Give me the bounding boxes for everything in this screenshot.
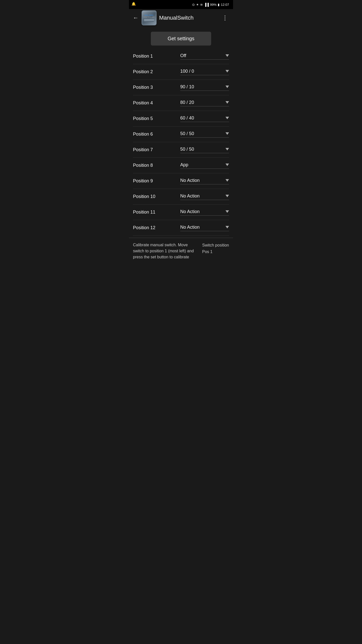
position-dropdown-1[interactable]: Off	[180, 53, 229, 60]
location-icon: ⊙	[192, 3, 195, 7]
main-content: Get settings Position 1 Off Position 2 1…	[129, 27, 233, 266]
notification-icon: 🔔	[131, 2, 136, 6]
overflow-menu-button[interactable]: ⋮	[221, 13, 229, 22]
table-row: Position 4 80 / 20	[133, 95, 229, 111]
position-dropdown-11[interactable]: No Action	[180, 209, 229, 216]
position-label-2: Position 2	[133, 69, 178, 74]
position-label-9: Position 9	[133, 178, 178, 184]
battery-icon: ▮	[218, 3, 219, 7]
table-row: Position 12 No Action	[133, 220, 229, 236]
table-row: Position 8 App	[133, 158, 229, 173]
position-dropdown-12[interactable]: No Action	[180, 225, 229, 231]
chevron-down-icon	[225, 54, 229, 57]
table-row: Position 10 No Action	[133, 189, 229, 205]
overflow-menu-icon: ⋮	[222, 14, 228, 21]
position-label-5: Position 5	[133, 116, 178, 121]
table-row: Position 5 60 / 40	[133, 111, 229, 127]
position-value-3: 90 / 10	[180, 84, 194, 90]
switch-position-display: Switch position Pos 1	[202, 242, 229, 260]
logo-cylinder	[144, 18, 154, 22]
position-value-2: 100 / 0	[180, 69, 194, 74]
position-dropdown-2[interactable]: 100 / 0	[180, 69, 229, 75]
table-row: Position 3 90 / 10	[133, 80, 229, 95]
position-dropdown-4[interactable]: 80 / 20	[180, 100, 229, 106]
position-dropdown-9[interactable]: No Action	[180, 178, 229, 184]
table-row: Position 2 100 / 0	[133, 64, 229, 80]
chevron-down-icon	[225, 164, 229, 166]
chevron-down-icon	[225, 86, 229, 88]
status-icons: ⊙ ✶ ≋ ▐▐ 99% ▮ 12:07	[192, 3, 229, 7]
switch-position-value: Pos 1	[202, 249, 212, 255]
position-label-8: Position 8	[133, 163, 178, 168]
chevron-down-icon	[225, 148, 229, 150]
chevron-down-icon	[225, 101, 229, 104]
position-value-9: No Action	[180, 178, 200, 183]
position-label-11: Position 11	[133, 210, 178, 215]
chevron-down-icon	[225, 226, 229, 228]
switch-position-label: Switch position	[202, 242, 229, 249]
position-value-8: App	[180, 162, 188, 168]
page-title: ManualSwitch	[159, 15, 221, 21]
table-row: Position 6 50 / 50	[133, 127, 229, 142]
battery-percent: 99%	[210, 3, 216, 7]
table-row: Position 1 Off	[133, 49, 229, 64]
time-display: 12:07	[221, 3, 229, 7]
signal-icon: ▐▐	[204, 3, 209, 7]
chevron-down-icon	[225, 210, 229, 213]
position-label-3: Position 3	[133, 85, 178, 90]
position-value-11: No Action	[180, 209, 200, 214]
position-value-4: 80 / 20	[180, 100, 194, 105]
position-label-1: Position 1	[133, 54, 178, 59]
logo-haldex-text: HALDEX	[145, 14, 154, 16]
calibrate-text: Calibrate manual switch. Move switch to …	[133, 243, 194, 259]
position-label-6: Position 6	[133, 132, 178, 137]
position-label-4: Position 4	[133, 100, 178, 106]
app-logo: HALDEX CONTROLLER	[142, 10, 157, 25]
position-dropdown-6[interactable]: 50 / 50	[180, 131, 229, 138]
position-value-10: No Action	[180, 193, 200, 199]
position-value-6: 50 / 50	[180, 131, 194, 136]
table-row: Position 7 50 / 50	[133, 142, 229, 158]
position-dropdown-10[interactable]: No Action	[180, 193, 229, 200]
chevron-down-icon	[225, 132, 229, 135]
position-dropdown-8[interactable]: App	[180, 162, 229, 169]
toolbar: ← HALDEX CONTROLLER ManualSwitch ⋮	[129, 9, 233, 27]
table-row: Position 9 No Action	[133, 173, 229, 189]
position-value-7: 50 / 50	[180, 147, 194, 152]
logo-controller-text: CONTROLLER	[144, 16, 155, 18]
chevron-down-icon	[225, 195, 229, 197]
wifi-icon: ≋	[200, 3, 203, 7]
position-value-5: 60 / 40	[180, 115, 194, 121]
get-settings-container: Get settings	[129, 29, 233, 49]
footer-section: Calibrate manual switch. Move switch to …	[129, 238, 233, 264]
position-value-1: Off	[180, 53, 186, 58]
calibrate-instructions: Calibrate manual switch. Move switch to …	[133, 242, 198, 260]
position-dropdown-3[interactable]: 90 / 10	[180, 84, 229, 91]
chevron-down-icon	[225, 70, 229, 72]
status-bar: 🔔 ⊙ ✶ ≋ ▐▐ 99% ▮ 12:07	[129, 0, 233, 9]
position-list: Position 1 Off Position 2 100 / 0 Positi…	[129, 49, 233, 236]
position-label-7: Position 7	[133, 147, 178, 152]
status-bar-left-icon: 🔔	[131, 2, 136, 6]
bluetooth-icon: ✶	[196, 3, 199, 7]
chevron-down-icon	[225, 117, 229, 119]
get-settings-button[interactable]: Get settings	[151, 32, 211, 46]
chevron-down-icon	[225, 179, 229, 182]
position-value-12: No Action	[180, 225, 200, 230]
back-button[interactable]: ←	[133, 15, 139, 21]
table-row: Position 11 No Action	[133, 205, 229, 220]
position-dropdown-5[interactable]: 60 / 40	[180, 115, 229, 122]
position-label-12: Position 12	[133, 225, 178, 230]
position-label-10: Position 10	[133, 194, 178, 199]
position-dropdown-7[interactable]: 50 / 50	[180, 147, 229, 153]
back-icon: ←	[133, 15, 139, 21]
